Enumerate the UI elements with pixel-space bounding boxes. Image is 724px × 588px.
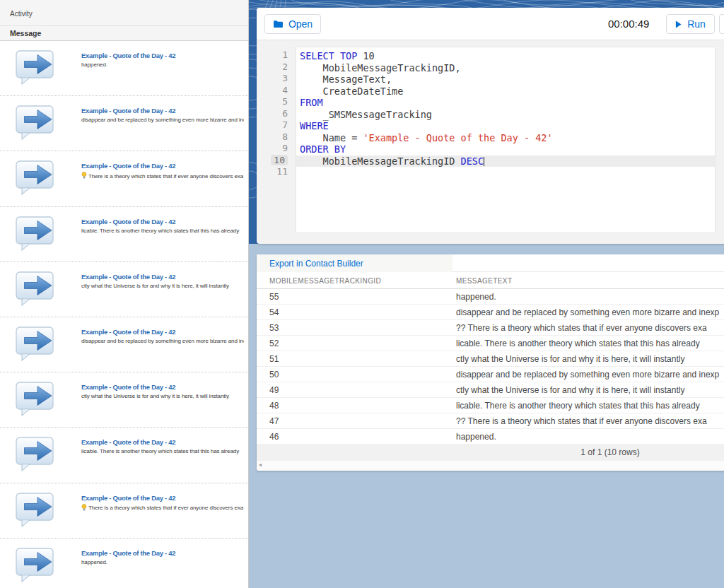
message-activity-item[interactable]: Example - Quote of the Day - 42 ctly wha… (0, 262, 248, 317)
run-button[interactable]: Run (666, 14, 715, 34)
column-header-messagetext: MESSAGETEXT (456, 277, 512, 285)
message-item-subtitle: licable. There is another theory which s… (81, 448, 244, 454)
message-item-subtitle: happened. (81, 61, 244, 68)
message-item-title: Example - Quote of the Day - 42 (81, 549, 244, 557)
message-activity-item[interactable]: Example - Quote of the Day - 42 licable.… (0, 207, 248, 262)
cell-tracking-id: 48 (269, 401, 279, 411)
cell-tracking-id: 51 (269, 354, 279, 364)
cell-tracking-id: 52 (269, 339, 279, 348)
table-row: 49 ctly what the Universe is for and why… (257, 382, 724, 398)
table-row: 55 happened. (257, 289, 724, 305)
cell-message-text: happened. (456, 292, 496, 302)
activity-sidebar: Activity Message Example - Qu (0, 0, 249, 588)
sms-message-icon (16, 493, 54, 528)
sql-editor-card: Open 00:00:49 Run 1234567891011 SELECT T… (257, 8, 724, 244)
query-results-card: Export in Contact Builder MOBILEMESSAGET… (257, 254, 724, 471)
message-item-subtitle: ctly what the Universe is for and why it… (81, 393, 244, 399)
message-item-title: Example - Quote of the Day - 42 (81, 328, 244, 336)
table-row: 51 ctly what the Universe is for and why… (257, 351, 724, 367)
results-table-body: 55 happened. 54 disappear and be replace… (257, 289, 724, 445)
lightbulb-icon (81, 172, 87, 180)
cell-tracking-id: 50 (269, 370, 279, 380)
table-row: 46 happened. (257, 429, 724, 445)
open-button[interactable]: Open (264, 14, 321, 34)
table-row: 54 disappear and be replaced by somethin… (257, 305, 724, 320)
activity-header: Activity (0, 0, 248, 26)
table-row: 47 ?? There is a theory which states tha… (257, 413, 724, 429)
table-row: 50 disappear and be replaced by somethin… (257, 367, 724, 382)
column-header-mobilemessagetrackingid: MOBILEMESSAGETRACKINGID (269, 277, 381, 285)
sql-code-editor[interactable]: SELECT TOP 10 MobileMessageTrackingID, M… (296, 47, 716, 233)
lightbulb-icon (81, 504, 87, 512)
message-item-title: Example - Quote of the Day - 42 (81, 218, 244, 225)
message-item-title: Example - Quote of the Day - 42 (81, 107, 244, 114)
sms-message-icon (16, 548, 54, 583)
sms-message-icon (16, 216, 54, 252)
cell-tracking-id: 54 (269, 307, 279, 317)
sms-message-icon (16, 160, 54, 196)
results-table-header: MOBILEMESSAGETRACKINGID MESSAGETEXT (257, 272, 724, 289)
cell-message-text: disappear and be replaced by something e… (456, 307, 719, 317)
message-activity-item[interactable]: Example - Quote of the Day - 42 There is… (0, 483, 248, 539)
message-item-subtitle: There is a theory which states that if e… (81, 504, 244, 512)
message-item-subtitle: There is a theory which states that if e… (81, 172, 244, 180)
message-activity-item[interactable]: Example - Quote of the Day - 42 ctly wha… (0, 372, 248, 428)
message-item-title: Example - Quote of the Day - 42 (81, 273, 244, 281)
cell-message-text: disappear and be replaced by something e… (456, 370, 719, 380)
cell-message-text: ctly what the Universe is for and why it… (456, 385, 684, 395)
message-activity-item[interactable]: Example - Quote of the Day - 42 There is… (0, 151, 248, 206)
message-item-title: Example - Quote of the Day - 42 (81, 383, 244, 391)
editor-toolbar: Open 00:00:49 Run (257, 8, 724, 40)
message-item-title: Example - Quote of the Day - 42 (81, 494, 244, 502)
pagination-label: 1 of 1 (10 rows) (547, 447, 674, 457)
message-activity-item[interactable]: Example - Quote of the Day - 42 disappea… (0, 96, 248, 151)
cell-tracking-id: 55 (269, 292, 279, 302)
line-number-gutter: 1234567891011 (257, 49, 292, 178)
table-row: 53 ?? There is a theory which states tha… (257, 320, 724, 336)
message-activity-item[interactable]: Example - Quote of the Day - 42 disappea… (0, 317, 248, 372)
cell-tracking-id: 47 (269, 416, 279, 426)
sms-message-icon (16, 50, 54, 86)
query-studio-app: Activity Message Example - Qu (0, 0, 724, 588)
folder-icon (273, 20, 284, 28)
cell-tracking-id: 46 (269, 432, 279, 442)
sms-message-icon (16, 327, 54, 362)
results-pagination: 1 of 1 (10 rows) (257, 445, 724, 461)
message-item-subtitle: happened. (81, 559, 244, 565)
query-timer: 00:00:49 (608, 18, 649, 30)
sms-message-icon (16, 437, 54, 472)
table-row: 52 licable. There is another theory whic… (257, 336, 724, 351)
sms-message-icon (16, 271, 54, 307)
cell-message-text: licable. There is another theory which s… (456, 401, 700, 411)
horizontal-scrollbar[interactable]: ◂ (257, 461, 724, 470)
sms-message-icon (16, 382, 54, 417)
cell-message-text: ?? There is a theory which states that i… (456, 323, 707, 333)
cell-message-text: ?? There is a theory which states that i… (456, 416, 707, 426)
message-item-subtitle: disappear and be replaced by something e… (81, 338, 244, 344)
message-item-subtitle: disappear and be replaced by something e… (81, 117, 244, 123)
message-item-subtitle: licable. There is another theory which s… (81, 228, 244, 234)
sms-message-icon (16, 105, 54, 141)
message-activity-item[interactable]: Example - Quote of the Day - 42 happened… (0, 539, 248, 588)
play-icon (675, 20, 682, 28)
cell-tracking-id: 49 (269, 385, 279, 395)
scroll-left-arrow-icon[interactable]: ◂ (259, 461, 262, 468)
message-activity-item[interactable]: Example - Quote of the Day - 42 happened… (0, 41, 248, 96)
table-row: 48 licable. There is another theory whic… (257, 398, 724, 413)
cell-message-text: ctly what the Universe is for and why it… (456, 354, 684, 364)
message-item-title: Example - Quote of the Day - 42 (81, 52, 244, 59)
message-header: Message (0, 26, 248, 41)
results-header-strip: Export in Contact Builder (257, 254, 724, 272)
sql-code-pane: 1234567891011 SELECT TOP 10 MobileMessag… (257, 40, 724, 244)
export-in-contact-builder-link[interactable]: Export in Contact Builder (269, 259, 363, 269)
message-list: Example - Quote of the Day - 42 happened… (0, 41, 248, 588)
message-item-title: Example - Quote of the Day - 42 (81, 162, 244, 170)
message-activity-item[interactable]: Example - Quote of the Day - 42 licable.… (0, 428, 248, 483)
query-editor-panel: Open 00:00:49 Run 1234567891011 SELECT T… (249, 0, 724, 588)
message-item-title: Example - Quote of the Day - 42 (81, 438, 244, 446)
cell-message-text: licable. There is another theory which s… (456, 339, 700, 348)
cell-tracking-id: 53 (269, 323, 279, 333)
partial-button[interactable] (719, 14, 724, 34)
cell-message-text: happened. (456, 432, 496, 442)
message-item-subtitle: ctly what the Universe is for and why it… (81, 283, 244, 289)
